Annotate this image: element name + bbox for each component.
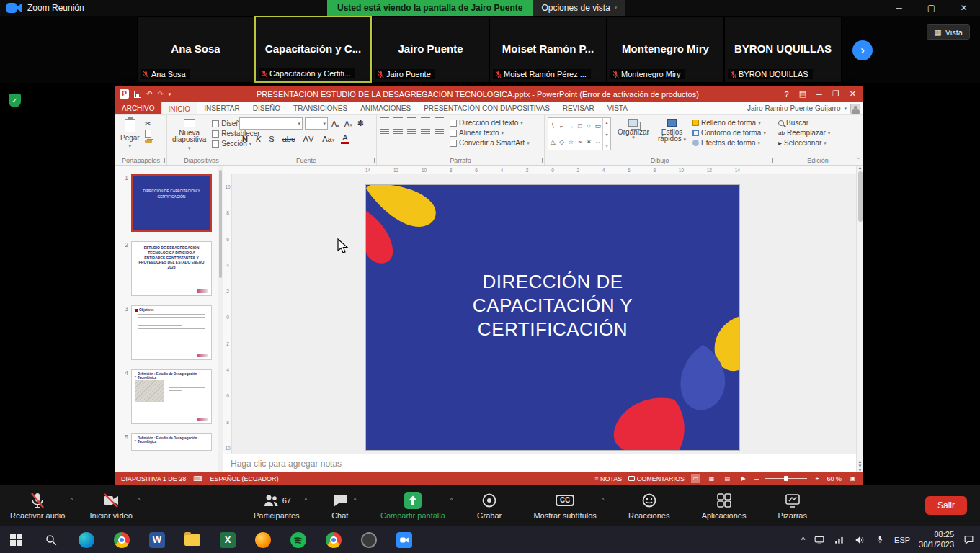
zoom-slider-knob[interactable] — [784, 476, 788, 481]
ribbon-options-button[interactable]: ▤ — [799, 89, 806, 99]
font-name-combo[interactable]: ▾ — [239, 117, 303, 130]
taskbar-clock[interactable]: 08:25 30/1/2023 — [919, 530, 954, 550]
decrease-font-icon[interactable]: A▾ — [343, 120, 354, 128]
start-video-button[interactable]: ^ Iniciar vídeo — [89, 492, 132, 520]
new-slide-button[interactable]: Nueva diapositiva ▾ — [170, 117, 208, 153]
quick-styles-button[interactable]: Estilos rápidos ▾ — [656, 117, 688, 144]
shape-icon[interactable]: \ — [552, 122, 554, 130]
undo-icon[interactable]: ↶ — [146, 90, 152, 98]
font-color-button[interactable]: A — [341, 133, 349, 144]
collapse-ribbon-icon[interactable]: ⌃ — [855, 157, 860, 163]
participant-tile-active-speaker[interactable]: Capacitación y C... Capacitación y Certi… — [254, 16, 372, 83]
shape-icon[interactable]: ✶ — [586, 138, 592, 145]
change-case-button[interactable]: Aa▾ — [321, 135, 336, 143]
captions-options-caret[interactable]: ^ — [602, 497, 605, 504]
share-options-caret[interactable]: ^ — [450, 497, 453, 504]
slide-sorter-view-button[interactable]: ▦ — [707, 474, 716, 483]
excel-taskbar-icon[interactable]: X — [219, 531, 236, 549]
participant-tile[interactable]: Moiset Ramón P... Moiset Ramón Pérez ... — [489, 16, 607, 83]
reading-view-button[interactable]: ▤ — [723, 474, 732, 483]
normal-view-button[interactable]: ▭ — [691, 474, 700, 483]
cut-button[interactable]: ✂ — [145, 120, 152, 127]
audio-options-caret[interactable]: ^ — [70, 497, 73, 504]
numbering-icon[interactable] — [393, 117, 403, 124]
thumbnail-scrollbar[interactable] — [218, 166, 223, 472]
align-left-icon[interactable] — [380, 129, 389, 135]
tab-presentacion[interactable]: PRESENTACIÓN CON DIAPOSITIVAS — [417, 102, 556, 114]
tab-archivo[interactable]: ARCHIVO — [115, 102, 161, 114]
shape-icon[interactable]: ○ — [587, 122, 591, 130]
language-indicator[interactable]: ESPAÑOL (ECUADOR) — [210, 475, 278, 482]
gallery-more-icon[interactable]: ▿ — [605, 143, 607, 148]
whiteboards-button[interactable]: Pizarras — [778, 492, 807, 520]
dialog-launcher-icon[interactable] — [767, 158, 773, 163]
tab-revisar[interactable]: REVISAR — [556, 102, 601, 114]
edge-taskbar-icon[interactable] — [78, 531, 95, 549]
paste-button[interactable]: Pegar▾ — [118, 117, 142, 150]
maximize-button[interactable]: ▢ — [915, 0, 948, 16]
thumbnail-slide-5[interactable]: ▸Definición : Estudio de Desagregación T… — [131, 433, 212, 451]
slide-title-text[interactable]: DIRECCIÓN DE CAPACITACIÓN Y CERTIFICACIÓ… — [461, 270, 645, 341]
file-explorer-taskbar-icon[interactable] — [184, 531, 201, 549]
shape-icon[interactable]: ⌣ — [596, 138, 600, 146]
shape-icon[interactable]: ☆ — [568, 138, 574, 145]
fit-slide-button[interactable]: ▣ — [848, 474, 858, 483]
shape-fill-button[interactable]: Relleno de forma▾ — [692, 119, 766, 127]
help-button[interactable]: ? — [785, 90, 789, 99]
share-screen-button[interactable]: ^ Compartir pantalla — [380, 492, 445, 520]
unmute-audio-button[interactable]: ^ Reactivar audio — [10, 492, 65, 520]
comments-toggle[interactable]: COMENTARIOS — [628, 475, 685, 482]
notes-toggle[interactable]: ≡ NOTAS — [594, 475, 622, 482]
copy-icon[interactable] — [145, 130, 151, 138]
find-button[interactable]: Buscar — [778, 119, 858, 127]
thumbnail-row[interactable]: 4 ▸Definición : Estudio de Desagregación… — [120, 369, 223, 424]
ppt-close-button[interactable]: ✕ — [850, 89, 856, 99]
participant-tile[interactable]: Jairo Puente Jairo Puente — [372, 16, 489, 83]
thumbnail-slide-4[interactable]: ▸Definición : Estudio de Desagregación T… — [131, 369, 212, 424]
chat-options-caret[interactable]: ^ — [354, 497, 357, 504]
word-taskbar-icon[interactable]: W — [148, 531, 166, 549]
video-options-caret[interactable]: ^ — [138, 497, 141, 504]
participant-tile[interactable]: BYRON UQUILLAS BYRON UQUILLAS — [724, 16, 842, 83]
dialog-launcher-icon[interactable] — [369, 158, 375, 163]
mic-tray-icon[interactable] — [874, 535, 886, 545]
captions-button[interactable]: ^ CC Mostrar subtítulos — [533, 492, 596, 520]
vista-button[interactable]: ▦Vista — [927, 24, 970, 40]
dialog-launcher-icon[interactable] — [537, 158, 543, 163]
notes-pane[interactable]: Haga clic para agregar notas — [223, 454, 856, 472]
scroll-up-icon[interactable]: ▲ — [858, 166, 863, 170]
participants-options-caret[interactable]: ^ — [304, 497, 307, 504]
leave-meeting-button[interactable]: Salir — [925, 496, 967, 515]
ppt-minimize-button[interactable]: ─ — [816, 90, 822, 99]
increase-font-icon[interactable]: A▴ — [330, 120, 341, 128]
save-icon[interactable] — [134, 91, 141, 98]
participants-button[interactable]: ^ 67 Participantes — [254, 492, 300, 520]
apps-button[interactable]: Aplicaciones — [702, 492, 747, 520]
participant-tile[interactable]: Montenegro Miry Montenegro Miry — [607, 16, 724, 83]
action-center-icon[interactable] — [963, 535, 974, 545]
hidden-icons-chevron[interactable]: ^ — [801, 536, 805, 544]
clear-formatting-icon[interactable]: ✽ — [356, 119, 365, 128]
thumbnail-slide-1[interactable]: DIRECCIÓN DE CAPACITACIÓN Y CERTIFICACIÓ… — [131, 174, 212, 232]
format-painter-icon[interactable] — [145, 140, 152, 143]
thumbnail-row[interactable]: 3 Objetivos — [120, 305, 223, 360]
thumbnail-row[interactable]: 1 DIRECCIÓN DE CAPACITACIÓN Y CERTIFICAC… — [120, 174, 223, 232]
chrome-taskbar-icon[interactable] — [113, 531, 130, 549]
meeting-info-shield-icon[interactable]: ✓ — [9, 94, 21, 107]
gallery-down-icon[interactable]: ▾ — [605, 132, 607, 137]
tab-diseno[interactable]: DISEÑO — [246, 102, 287, 114]
thumbnail-row[interactable]: 5 ▸Definición : Estudio de Desagregación… — [120, 433, 223, 451]
record-button[interactable]: Grabar — [477, 492, 502, 520]
bold-button[interactable]: N — [241, 135, 249, 143]
smartart-button[interactable]: Convertir a SmartArt▾ — [450, 139, 530, 147]
redo-icon[interactable]: ↷ — [157, 90, 163, 98]
tab-vista[interactable]: VISTA — [601, 102, 634, 114]
display-tray-icon[interactable] — [814, 535, 825, 545]
slide-canvas[interactable]: DIRECCIÓN DE CAPACITACIÓN Y CERTIFICACIÓ… — [365, 184, 740, 451]
slideshow-view-button[interactable]: ▶ — [739, 474, 748, 483]
language-indicator[interactable]: ESP — [894, 536, 910, 544]
italic-button[interactable]: K — [254, 135, 262, 143]
shape-icon[interactable]: ▭ — [594, 122, 601, 130]
view-options-dropdown[interactable]: Opciones de vista ▾ — [533, 0, 625, 16]
thumbnail-row[interactable]: 2 ESTUDIO DE DESAGREGACIÓN TECNOLÓGICA D… — [120, 241, 223, 296]
